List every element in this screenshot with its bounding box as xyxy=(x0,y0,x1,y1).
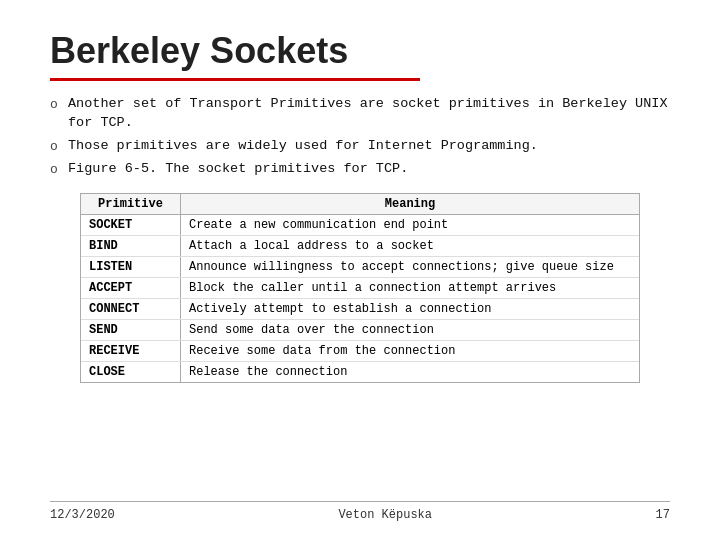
primitives-table: Primitive Meaning SOCKETCreate a new com… xyxy=(80,193,640,383)
table-cell-primitive-1: BIND xyxy=(81,236,181,256)
bullet-text-1: Another set of Transport Primitives are … xyxy=(68,95,670,133)
bullet-item-1: o Another set of Transport Primitives ar… xyxy=(50,95,670,133)
table-row: RECEIVEReceive some data from the connec… xyxy=(81,341,639,362)
table-cell-meaning-7: Release the connection xyxy=(181,362,639,382)
table-row: SOCKETCreate a new communication end poi… xyxy=(81,215,639,236)
table-cell-primitive-0: SOCKET xyxy=(81,215,181,235)
bullet-text-3: Figure 6-5. The socket primitives for TC… xyxy=(68,160,408,179)
bullet-list: o Another set of Transport Primitives ar… xyxy=(50,95,670,179)
slide: Berkeley Sockets o Another set of Transp… xyxy=(0,0,720,540)
table-cell-primitive-5: SEND xyxy=(81,320,181,340)
footer-page: 17 xyxy=(656,508,670,522)
bullet-item-2: o Those primitives are widely used for I… xyxy=(50,137,670,156)
slide-footer: 12/3/2020 Veton Këpuska 17 xyxy=(50,501,670,522)
table-cell-meaning-1: Attach a local address to a socket xyxy=(181,236,639,256)
table-cell-primitive-7: CLOSE xyxy=(81,362,181,382)
title-underline xyxy=(50,78,420,81)
bullet-item-3: o Figure 6-5. The socket primitives for … xyxy=(50,160,670,179)
slide-title: Berkeley Sockets xyxy=(50,30,670,72)
bullet-dot-2: o xyxy=(50,138,68,156)
table-cell-meaning-2: Announce willingness to accept connectio… xyxy=(181,257,639,277)
header-col-meaning: Meaning xyxy=(181,194,639,214)
table-row: LISTENAnnounce willingness to accept con… xyxy=(81,257,639,278)
table-cell-meaning-5: Send some data over the connection xyxy=(181,320,639,340)
table-cell-primitive-6: RECEIVE xyxy=(81,341,181,361)
table-cell-meaning-3: Block the caller until a connection atte… xyxy=(181,278,639,298)
table-row: BINDAttach a local address to a socket xyxy=(81,236,639,257)
table-row: ACCEPTBlock the caller until a connectio… xyxy=(81,278,639,299)
table-header: Primitive Meaning xyxy=(81,194,639,215)
table-cell-meaning-6: Receive some data from the connection xyxy=(181,341,639,361)
bullet-text-2: Those primitives are widely used for Int… xyxy=(68,137,538,156)
footer-date: 12/3/2020 xyxy=(50,508,115,522)
table-row: CONNECTActively attempt to establish a c… xyxy=(81,299,639,320)
bullet-dot-3: o xyxy=(50,161,68,179)
table-row: CLOSERelease the connection xyxy=(81,362,639,382)
footer-author: Veton Këpuska xyxy=(338,508,432,522)
bullet-dot-1: o xyxy=(50,96,68,114)
header-col-primitive: Primitive xyxy=(81,194,181,214)
table-cell-meaning-4: Actively attempt to establish a connecti… xyxy=(181,299,639,319)
table-cell-primitive-2: LISTEN xyxy=(81,257,181,277)
table-cell-meaning-0: Create a new communication end point xyxy=(181,215,639,235)
table-cell-primitive-3: ACCEPT xyxy=(81,278,181,298)
table-cell-primitive-4: CONNECT xyxy=(81,299,181,319)
table-row: SENDSend some data over the connection xyxy=(81,320,639,341)
